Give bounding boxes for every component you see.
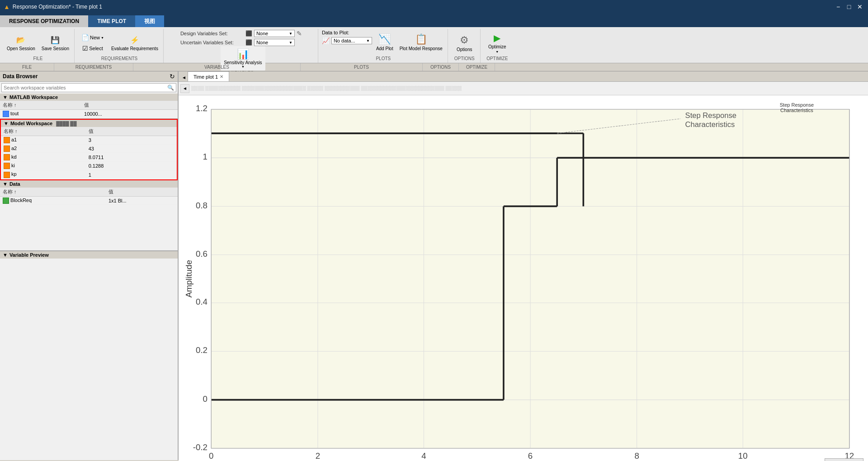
matlab-ws-row-scroll [170, 110, 178, 118]
tab-response-optimization[interactable]: RESPONSE OPTIMIZATION [0, 15, 88, 27]
table-row: BlockReq 1x1 Bl... [0, 196, 178, 205]
data-section-label: Data [9, 181, 20, 187]
requirements-group-label: REQUIREMENTS [101, 56, 138, 62]
search-icon: 🔍 [167, 85, 174, 91]
plot-area: ◄ ░░░░ ░░░░░░░░░░░ ░░░░░░░░░░░░░░░░░░░░ … [179, 82, 868, 461]
optimize-buttons: ▶ Optimize ▼ [486, 30, 508, 56]
evaluate-icon: ⚡ [129, 34, 140, 45]
model-ws-row-value: 3 [86, 136, 177, 145]
select-button[interactable]: ☑ Select [78, 43, 107, 53]
nav-strip: ◄ ░░░░ ░░░░░░░░░░░ ░░░░░░░░░░░░░░░░░░░░ … [179, 82, 868, 95]
requirements-buttons: 📄 New ☑ Select ⚡ Evaluate Requirements [78, 30, 160, 56]
save-session-label: Save Session [42, 46, 69, 52]
svg-text:2: 2 [316, 451, 320, 461]
content-area: ◄ Time plot 1 ✕ ◄ ░░░░ ░░░░░░░░░░░ ░░░░░… [179, 71, 868, 460]
uncertain-vars-row: Uncertain Variables Set: ⬛ None ▼ [180, 39, 295, 46]
minimize-button[interactable]: − [834, 2, 843, 11]
chart-svg: -0.2 0 0.2 0.4 0.6 0.8 1 1.2 0 2 4 6 8 1… [183, 100, 863, 461]
var-preview-collapse-icon: ▼ [3, 252, 8, 258]
data-section: ▼ Data 名称 ↑ 值 BlockReq 1x1 Bl... [0, 180, 178, 251]
no-data-value: No data... [334, 38, 355, 43]
optimize-button[interactable]: ▶ Optimize ▼ [486, 31, 508, 55]
design-vars-edit-button[interactable]: ✎ [297, 30, 302, 37]
window-title: Response Optimization* - Time plot 1 [13, 4, 102, 10]
design-vars-dropdown[interactable]: None ▼ [254, 30, 295, 37]
uncertain-vars-dropdown[interactable]: None ▼ [254, 39, 295, 46]
close-button[interactable]: ✕ [855, 2, 864, 11]
svg-text:0.2: 0.2 [196, 345, 208, 355]
data-row-name: BlockReq [0, 196, 106, 205]
data-rows: BlockReq 1x1 Bl... [0, 196, 178, 205]
model-ws-row-name: a1 [1, 136, 86, 145]
model-workspace-header[interactable]: ▼ Model Workspace ████ ██ [1, 120, 177, 127]
ribbon-section-labels: FILE REQUIREMENTS VARIABLES PLOTS OPTION… [0, 63, 868, 71]
tab-time-plot[interactable]: TIME PLOT [88, 15, 135, 27]
uncertain-vars-icon: ⬛ [245, 39, 252, 46]
data-icon [3, 198, 9, 204]
data-to-plot-label: Data to Plot: [322, 30, 349, 35]
nav-left-strip-button[interactable]: ◄ [180, 84, 189, 93]
save-icon: 💾 [50, 34, 61, 45]
svg-text:6: 6 [528, 451, 533, 461]
model-ws-row-value: 1 [86, 170, 177, 179]
main-layout: Data Browser ↻ 🔍 ▼ MATLAB Workspace 名称 ↑… [0, 71, 868, 460]
plot-model-icon: 📋 [415, 33, 427, 45]
tab-close-button[interactable]: ✕ [220, 74, 223, 79]
matlab-ws-name-col: 名称 ↑ [0, 101, 81, 110]
plot-model-response-button[interactable]: 📋 Plot Model Response [397, 30, 445, 54]
evaluate-requirements-button[interactable]: ⚡ Evaluate Requirements [109, 31, 160, 55]
time-plot-tab[interactable]: Time plot 1 ✕ [188, 71, 229, 81]
matlab-workspace-rows: tout 10000... [0, 110, 178, 118]
tab-bar: ◄ Time plot 1 ✕ [179, 71, 868, 82]
design-vars-icon: ⬛ [245, 30, 252, 37]
optimize-icon: ▶ [494, 33, 500, 43]
options-section-label: OPTIONS [423, 63, 459, 71]
title-bar-left: ▲ Response Optimization* - Time plot 1 [4, 3, 102, 10]
chart-container: Step Response Characteristics [179, 95, 868, 461]
data-to-plot-dropdown[interactable]: No data... ▼ [331, 37, 372, 44]
no-data-arrow: ▼ [366, 39, 370, 43]
search-input[interactable] [4, 85, 167, 90]
options-button[interactable]: ⚙ Options [454, 31, 474, 55]
variables-section-label: VARIABLES [133, 63, 301, 71]
design-vars-row: Design Variables Set: ⬛ None ▼ ✎ [180, 30, 302, 37]
maximize-button[interactable]: □ [844, 2, 854, 11]
sensitivity-icon: 📊 [237, 48, 249, 60]
search-bar: 🔍 [1, 83, 176, 92]
requirements-section-label: REQUIREMENTS [54, 63, 133, 71]
open-session-button[interactable]: 📂 Open Session [5, 31, 38, 55]
options-icon: ⚙ [460, 34, 469, 46]
model-ws-value-col: 值 [86, 127, 177, 136]
data-section-header[interactable]: ▼ Data [0, 180, 178, 188]
matlab-workspace-header[interactable]: ▼ MATLAB Workspace [0, 94, 178, 101]
optimize-group-label: OPTIMIZE [486, 56, 508, 62]
ribbon-group-requirements: 📄 New ☑ Select ⚡ Evaluate Requirements R… [75, 29, 164, 63]
nav-left-button[interactable]: ◄ [180, 73, 188, 81]
svg-text:Amplitude: Amplitude [184, 260, 193, 297]
file-section-label: FILE [0, 63, 54, 71]
variable-preview-header[interactable]: ▼ Variable Preview [0, 251, 178, 259]
add-plot-button[interactable]: 📉 Add Plot [374, 30, 396, 54]
table-row: tout 10000... [0, 110, 178, 118]
model-ws-row-name: ki [1, 162, 86, 170]
file-buttons: 📂 Open Session 💾 Save Session [5, 30, 71, 56]
ribbon-group-plots: Data to Plot: 📈 No data... ▼ 📉 Add Plot … [319, 29, 448, 63]
model-ws-collapse-icon: ▼ [4, 121, 9, 126]
matlab-workspace-table: 名称 ↑ 值 tout 10000... [0, 101, 178, 118]
save-session-button[interactable]: 💾 Save Session [39, 31, 71, 55]
data-to-plot-section: Data to Plot: 📈 No data... ▼ [322, 30, 372, 44]
data-browser-refresh-button[interactable]: ↻ [170, 73, 175, 80]
model-ws-extra: ████ ██ [56, 121, 76, 126]
variable-icon [3, 111, 9, 117]
svg-text:0.6: 0.6 [196, 249, 208, 259]
data-to-plot-row: Data to Plot: [322, 30, 372, 35]
tab-view[interactable]: 视图 [135, 15, 164, 27]
svg-text:0.4: 0.4 [196, 297, 208, 306]
matlab-logo: ▲ [4, 3, 10, 10]
data-icon: 📈 [322, 37, 330, 44]
model-ws-name-col: 名称 ↑ [1, 127, 86, 136]
new-icon: 📄 [81, 34, 89, 41]
evaluate-label: Evaluate Requirements [111, 46, 158, 52]
update-block-button[interactable]: Update block [825, 458, 863, 461]
new-button[interactable]: 📄 New [78, 33, 107, 42]
